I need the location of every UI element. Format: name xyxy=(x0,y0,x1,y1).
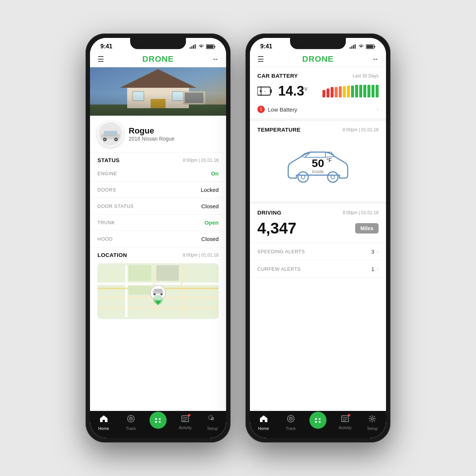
battery-title: CAR BATTERY xyxy=(257,73,298,79)
bar-2 xyxy=(327,89,329,97)
map-container[interactable] xyxy=(97,263,219,319)
bar-13 xyxy=(372,85,374,97)
svg-rect-58 xyxy=(270,89,272,93)
location-header: LOCATION 8:00pm | 01.01.18 xyxy=(90,247,226,260)
temperature-section: TEMPERATURE 8:00pm | 01.01.18 xyxy=(250,121,386,204)
svg-rect-12 xyxy=(133,91,144,101)
nav-track-1[interactable]: Track xyxy=(117,415,144,431)
nav-setup-1[interactable]: Setup xyxy=(199,415,226,431)
svg-text:-: - xyxy=(264,89,266,94)
status-row-doors: DOORS Locked xyxy=(90,182,226,198)
dot-3 xyxy=(155,421,157,423)
home-icon-1 xyxy=(99,415,108,425)
doors-label: DOORS xyxy=(97,187,116,193)
svg-rect-33 xyxy=(156,265,179,281)
battery-header: CAR BATTERY Last 30 Days xyxy=(257,73,379,79)
svg-point-44 xyxy=(130,418,131,419)
speeding-alerts-row[interactable]: SPEEDING ALERTS 3 › xyxy=(250,243,386,260)
nav-center-2[interactable] xyxy=(304,415,331,431)
low-battery-row[interactable]: ! Low Battery › xyxy=(257,102,379,113)
speeding-label: SPEEDING ALERTS xyxy=(257,249,305,254)
doors-value: Locked xyxy=(201,187,219,193)
hamburger-icon-2[interactable]: ☰ xyxy=(257,55,264,64)
svg-rect-55 xyxy=(374,46,376,48)
temperature-title: TEMPERATURE xyxy=(257,126,300,133)
battery-period: Last 30 Days xyxy=(353,73,379,78)
svg-rect-13 xyxy=(172,91,183,101)
location-time: 8:00pm | 01.01.18 xyxy=(183,253,219,258)
svg-point-41 xyxy=(153,295,163,305)
arrow-icon-1[interactable]: ↔ xyxy=(212,55,219,63)
svg-rect-34 xyxy=(129,286,151,295)
notch-1 xyxy=(130,38,186,49)
center-button-2[interactable] xyxy=(309,412,327,429)
nav-activity-label-2: Activity xyxy=(339,425,352,430)
bottom-nav-1: Home Track xyxy=(90,411,226,438)
car-avatar-svg xyxy=(99,126,122,141)
miles-row: 4,347 Miles xyxy=(257,219,379,237)
bar-9 xyxy=(355,85,358,97)
phone-2-inner: 9:41 xyxy=(250,38,386,438)
car-avatar xyxy=(97,121,123,147)
svg-rect-2 xyxy=(193,45,194,49)
svg-point-21 xyxy=(115,139,117,140)
speeding-value: 3 › xyxy=(371,248,379,255)
nav-track-2[interactable]: Track xyxy=(277,415,304,431)
hood-label: HOOD xyxy=(97,236,113,242)
hamburger-icon-1[interactable]: ☰ xyxy=(97,55,104,64)
svg-point-39 xyxy=(161,293,163,296)
engine-value: On xyxy=(211,170,219,177)
activity-red-dot-1 xyxy=(188,414,190,416)
svg-text:°F: °F xyxy=(327,157,332,163)
curfew-alerts-row[interactable]: CURFEW ALERTS 1 › xyxy=(250,260,386,278)
nav-home-1[interactable]: Home xyxy=(90,415,117,431)
status-header: STATUS 8:00pm | 01.01.18 xyxy=(90,152,226,165)
vehicle-profile: Rogue 2018 Nissan Rogue xyxy=(90,116,226,152)
hood-value: Closed xyxy=(201,236,219,242)
app-header-2: ☰ DRONE ↔ xyxy=(250,51,386,67)
dot-8 xyxy=(319,421,321,423)
activity-icon-wrap-1 xyxy=(181,415,189,424)
bar-14 xyxy=(376,85,379,97)
track-icon-1 xyxy=(127,415,135,425)
driving-header: DRIVING 8:00pm | 01.01.18 xyxy=(257,209,379,217)
signal-icon-2 xyxy=(350,44,356,49)
nav-setup-2[interactable]: Setup xyxy=(359,415,386,431)
location-title: LOCATION xyxy=(97,252,127,258)
nav-activity-1[interactable]: Activity xyxy=(172,415,199,431)
door-status-value: Closed xyxy=(201,203,219,209)
curfew-value: 1 › xyxy=(371,266,379,272)
activity-icon-wrap-2 xyxy=(341,415,349,424)
bar-10 xyxy=(359,85,362,97)
center-button-1[interactable] xyxy=(149,412,167,429)
svg-rect-32 xyxy=(129,265,151,281)
car-outline: 50 °F Inside xyxy=(257,136,379,196)
svg-rect-14 xyxy=(183,91,205,104)
svg-rect-23 xyxy=(111,131,116,135)
status-row-engine: ENGINE On xyxy=(90,165,226,182)
bar-4 xyxy=(335,87,338,97)
dot-2 xyxy=(159,418,161,420)
svg-point-64 xyxy=(298,172,308,182)
nav-home-2[interactable]: Home xyxy=(250,415,277,431)
setup-icon-1 xyxy=(208,415,216,425)
battery-status-icon-2 xyxy=(366,44,376,49)
nav-activity-2[interactable]: Activity xyxy=(332,415,359,431)
miles-button[interactable]: Miles xyxy=(355,223,379,234)
svg-rect-52 xyxy=(353,45,354,49)
map-svg xyxy=(97,263,219,319)
dot-1 xyxy=(155,418,157,420)
bar-8 xyxy=(351,86,354,97)
nav-setup-label-2: Setup xyxy=(367,426,378,431)
vehicle-info: Rogue 2018 Nissan Rogue xyxy=(129,126,174,142)
status-row-door-status: DOOR STATUS Closed xyxy=(90,198,226,215)
track-icon-2 xyxy=(287,415,295,425)
svg-rect-53 xyxy=(355,44,356,49)
arrow-icon-2[interactable]: ↔ xyxy=(372,55,379,63)
nav-center-1[interactable] xyxy=(144,415,171,431)
speeding-count: 3 xyxy=(371,248,374,255)
phone-2: 9:41 xyxy=(245,33,390,443)
svg-text:+: + xyxy=(259,89,262,94)
wifi-icon-2 xyxy=(358,44,364,49)
svg-rect-5 xyxy=(215,46,216,48)
